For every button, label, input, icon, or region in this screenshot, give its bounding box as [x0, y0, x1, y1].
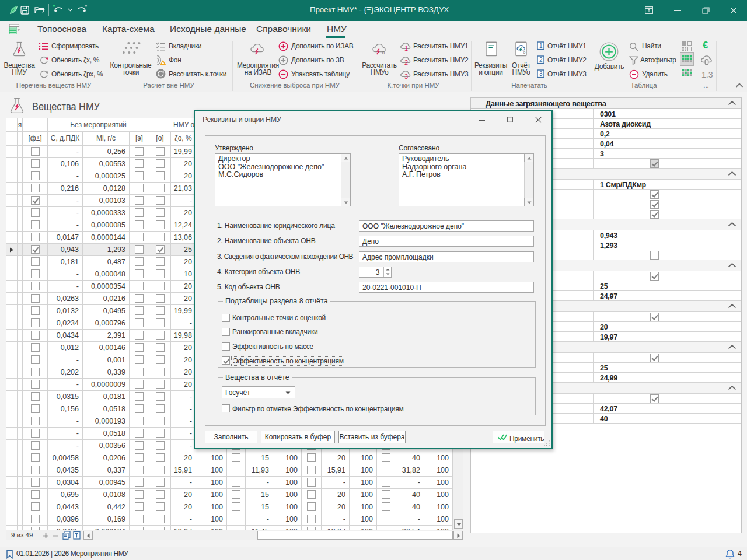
svg-text:1: 1	[404, 45, 408, 52]
svg-text:3: 3	[404, 73, 408, 80]
svg-text:o: o	[382, 50, 385, 55]
svg-text:3: 3	[539, 71, 543, 77]
svg-text:2: 2	[539, 57, 543, 63]
svg-text:o: o	[523, 50, 526, 54]
svg-text:1: 1	[539, 43, 543, 49]
svg-text:2: 2	[404, 59, 408, 66]
